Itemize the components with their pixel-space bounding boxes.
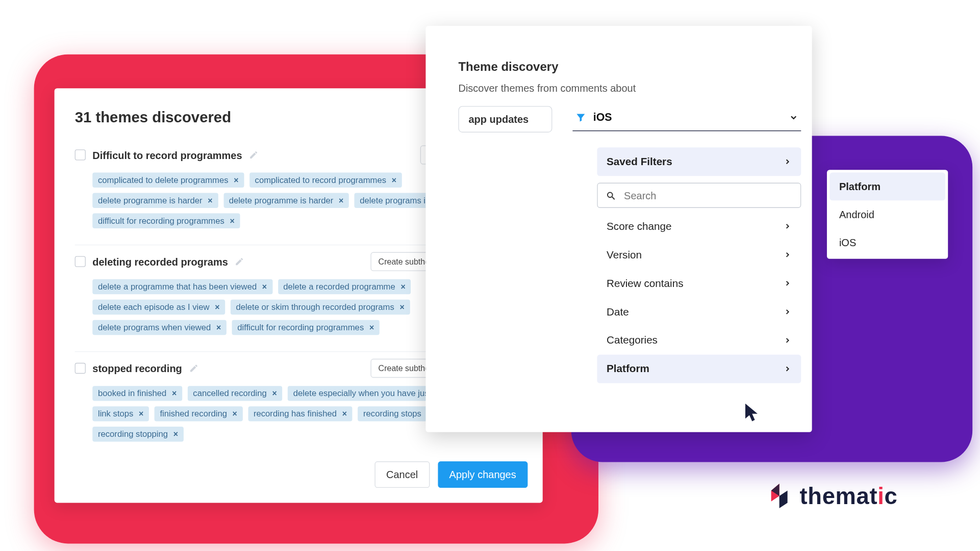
pencil-icon[interactable] — [235, 257, 244, 267]
discovery-title: Theme discovery — [458, 60, 801, 74]
chip[interactable]: delete a programme that has been viewed× — [92, 279, 272, 294]
close-icon[interactable]: × — [234, 175, 238, 185]
chip[interactable]: finished recording× — [155, 406, 243, 421]
submenu-item-ios[interactable]: iOS — [830, 228, 945, 256]
cancel-button[interactable]: Cancel — [374, 461, 430, 488]
chip[interactable]: difficult for recording programmes× — [92, 214, 240, 228]
funnel-icon — [575, 112, 586, 123]
theme-title: stopped recording — [92, 362, 182, 374]
close-icon[interactable]: × — [262, 282, 267, 292]
chip[interactable]: difficult for recording programmes× — [232, 320, 380, 335]
filter-select-value: iOS — [593, 112, 612, 124]
chip[interactable]: delete or skim through recorded programs… — [231, 300, 410, 314]
close-icon[interactable]: × — [339, 196, 343, 205]
chevron-right-icon — [784, 336, 792, 345]
pencil-icon[interactable] — [189, 363, 198, 373]
filter-row-date[interactable]: Date — [597, 298, 801, 326]
filter-select[interactable]: iOS — [573, 106, 801, 131]
chevron-down-icon — [789, 113, 798, 122]
chip[interactable]: delete a recorded programme× — [278, 279, 411, 294]
filter-row-review-contains[interactable]: Review contains — [597, 269, 801, 298]
chevron-right-icon — [784, 251, 792, 259]
chip[interactable]: cancelled recording× — [188, 386, 283, 401]
filter-search[interactable] — [597, 183, 801, 208]
close-icon[interactable]: × — [139, 409, 143, 418]
chip[interactable]: delete programme is harder× — [92, 193, 218, 208]
chip[interactable]: link stops× — [92, 406, 149, 421]
chip[interactable]: complicated to record programmes× — [249, 173, 402, 188]
logo-text: thematic — [800, 483, 898, 509]
close-icon[interactable]: × — [215, 302, 219, 312]
close-icon[interactable]: × — [208, 196, 212, 205]
close-icon[interactable]: × — [392, 175, 396, 185]
filter-list: Saved Filters Score change Version Revie… — [597, 147, 801, 383]
chip[interactable]: delete each episode as I view× — [92, 300, 225, 314]
chip[interactable]: complicated to delete programmes× — [92, 173, 244, 188]
search-icon — [606, 190, 616, 201]
filter-row-version[interactable]: Version — [597, 241, 801, 269]
chevron-right-icon — [784, 222, 792, 230]
svg-point-0 — [608, 192, 613, 197]
chip[interactable]: recording stops× — [358, 406, 437, 421]
logo-mark-icon — [764, 481, 794, 511]
close-icon[interactable]: × — [230, 216, 235, 226]
svg-line-1 — [612, 197, 615, 199]
close-icon[interactable]: × — [369, 323, 374, 332]
filter-row-platform[interactable]: Platform — [597, 355, 801, 383]
search-input[interactable] — [622, 189, 792, 202]
theme-checkbox[interactable] — [75, 149, 86, 160]
chip[interactable]: booked in finished× — [92, 386, 182, 401]
theme-title: deleting recorded programs — [92, 256, 228, 268]
close-icon[interactable]: × — [272, 388, 277, 398]
close-icon[interactable]: × — [400, 282, 405, 292]
chevron-right-icon — [784, 365, 792, 373]
chip[interactable]: recording stopping× — [92, 427, 183, 441]
apply-changes-button[interactable]: Apply changes — [438, 461, 527, 488]
thematic-logo: thematic — [764, 481, 897, 511]
filter-row-score-change[interactable]: Score change — [597, 212, 801, 241]
theme-checkbox[interactable] — [75, 256, 86, 267]
chip[interactable]: recording has finished× — [248, 406, 352, 421]
close-icon[interactable]: × — [173, 429, 178, 439]
chevron-right-icon — [784, 308, 792, 316]
close-icon[interactable]: × — [233, 409, 237, 418]
chip[interactable]: delete programs when viewed× — [92, 320, 227, 335]
submenu-item-android[interactable]: Android — [830, 200, 945, 228]
close-icon[interactable]: × — [172, 388, 177, 398]
chevron-right-icon — [784, 279, 792, 287]
chevron-right-icon — [784, 158, 792, 166]
chip[interactable]: delete programme is harder× — [223, 193, 349, 208]
close-icon[interactable]: × — [216, 323, 221, 332]
close-icon[interactable]: × — [342, 409, 347, 418]
theme-title: Difficult to record programmes — [92, 149, 242, 161]
topic-input[interactable]: app updates — [458, 106, 552, 133]
pencil-icon[interactable] — [249, 150, 259, 160]
discovery-subtitle: Discover themes from comments about — [458, 82, 801, 94]
filter-row-saved-filters[interactable]: Saved Filters — [597, 147, 801, 176]
platform-submenu: Platform Android iOS — [827, 170, 948, 259]
theme-checkbox[interactable] — [75, 363, 86, 374]
filter-row-categories[interactable]: Categories — [597, 326, 801, 355]
close-icon[interactable]: × — [400, 302, 405, 312]
submenu-item-platform[interactable]: Platform — [830, 173, 945, 201]
discovery-panel: Theme discovery Discover themes from com… — [425, 26, 812, 432]
